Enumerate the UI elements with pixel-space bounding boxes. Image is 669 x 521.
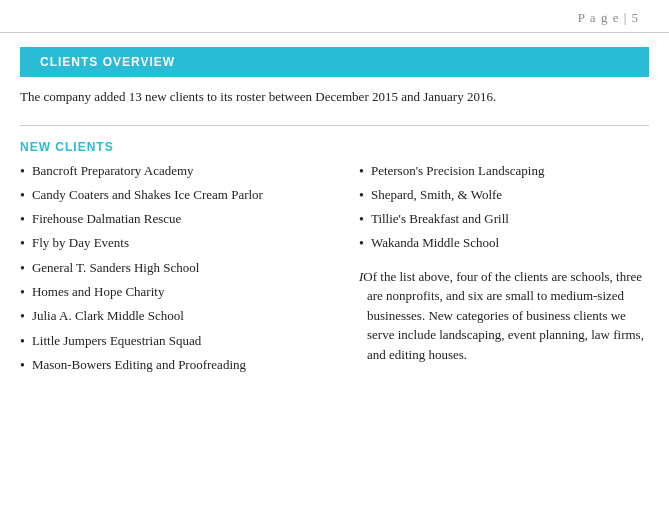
list-item: Tillie's Breakfast and Grill bbox=[359, 210, 649, 230]
left-column: Bancroft Preparatory Academy Candy Coate… bbox=[20, 162, 339, 381]
list-item: Peterson's Precision Landscaping bbox=[359, 162, 649, 182]
right-column: Peterson's Precision Landscaping Shepard… bbox=[359, 162, 649, 381]
new-clients-label: NEW CLIENTS bbox=[0, 136, 669, 162]
side-paragraph-text: Of the list above, four of the clients a… bbox=[363, 269, 644, 362]
section-divider bbox=[20, 125, 649, 126]
side-paragraph: IOf the list above, four of the clients … bbox=[359, 267, 649, 365]
clients-overview-title: CLIENTS OVERVIEW bbox=[40, 55, 175, 69]
intro-paragraph: The company added 13 new clients to its … bbox=[0, 87, 669, 117]
list-item: Little Jumpers Equestrian Squad bbox=[20, 332, 339, 352]
right-bullet-list: Peterson's Precision Landscaping Shepard… bbox=[359, 162, 649, 255]
list-item: Bancroft Preparatory Academy bbox=[20, 162, 339, 182]
page-number: P a g e | 5 bbox=[578, 10, 639, 25]
list-item: Julia A. Clark Middle School bbox=[20, 307, 339, 327]
list-item: Mason-Bowers Editing and Proofreading bbox=[20, 356, 339, 376]
list-item: Candy Coaters and Shakes Ice Cream Parlo… bbox=[20, 186, 339, 206]
list-item: Fly by Day Events bbox=[20, 234, 339, 254]
list-item: General T. Sanders High School bbox=[20, 259, 339, 279]
left-bullet-list: Bancroft Preparatory Academy Candy Coate… bbox=[20, 162, 339, 377]
list-item: Shepard, Smith, & Wolfe bbox=[359, 186, 649, 206]
list-item: Homes and Hope Charity bbox=[20, 283, 339, 303]
two-col-layout: Bancroft Preparatory Academy Candy Coate… bbox=[0, 162, 669, 381]
page-container: P a g e | 5 CLIENTS OVERVIEW The company… bbox=[0, 0, 669, 521]
page-number-row: P a g e | 5 bbox=[0, 0, 669, 33]
list-item: Wakanda Middle School bbox=[359, 234, 649, 254]
list-item: Firehouse Dalmatian Rescue bbox=[20, 210, 339, 230]
clients-overview-header-bar: CLIENTS OVERVIEW bbox=[20, 47, 649, 77]
